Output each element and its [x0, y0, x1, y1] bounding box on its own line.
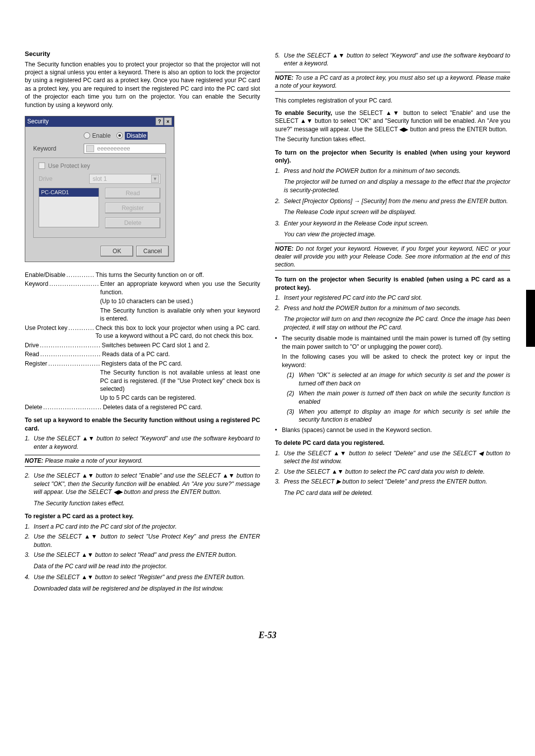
def-term: Read [25, 350, 39, 358]
step-sub: The projector will be turned on and disp… [284, 178, 510, 194]
step-num: 5. [275, 52, 284, 68]
step-num: 2. [275, 304, 284, 312]
case-num: (1) [287, 371, 299, 387]
def-term: Keyword [25, 280, 48, 296]
step-sub: The projector will turn on and then reco… [284, 315, 510, 331]
step-num: 3. [25, 551, 34, 559]
disable-radio[interactable]: Disable [116, 132, 148, 140]
dialog-title: Security [27, 117, 49, 125]
delete-heading: To delete PC card data you registered. [275, 439, 510, 447]
def-term: Enable/Disable [25, 271, 65, 279]
keyword-input[interactable]: eeeeeeeeee [84, 144, 166, 154]
use-protect-checkbox[interactable]: Use Protect key [39, 162, 90, 170]
dialog-titlebar: Security ? × [25, 116, 174, 126]
def-desc: Reads data of a PC card. [102, 350, 260, 358]
keyboard-icon [86, 145, 94, 152]
step-sub: Downloaded data will be registered and b… [34, 585, 260, 593]
note-box: NOTE: To use a PC card as a protect key,… [275, 72, 510, 92]
def-desc: Check this box to lock your projector wh… [96, 324, 260, 340]
turnon-pc-heading: To turn on the projector when Security i… [275, 275, 510, 292]
register-button[interactable]: Register [105, 203, 160, 214]
def-desc: Up to 5 PC cards can be registered. [100, 394, 260, 402]
step-num: 1. [25, 434, 34, 451]
step-text: Use the SELECT ▲▼ button to select "Regi… [34, 573, 260, 581]
step-text: Select [Projector Options] → [Security] … [284, 197, 510, 205]
read-button[interactable]: Read [105, 188, 160, 199]
body-text: To enable Security, use the SELECT ▲▼ bu… [275, 109, 510, 133]
register-heading: To register a PC card as a protect key. [25, 512, 260, 520]
drive-select[interactable]: slot 1 ▼ [89, 174, 160, 184]
enable-lead: To enable Security, [275, 109, 332, 116]
def-desc: Registers data of the PC card. [102, 360, 260, 368]
body-text: In the following cases you will be asked… [282, 353, 510, 369]
step-num: 3. [275, 478, 284, 486]
step-num: 1. [275, 294, 284, 302]
step-sub: Data of the PC card will be read into th… [34, 562, 260, 570]
ok-button[interactable]: OK [101, 246, 133, 257]
disable-label: Disable [125, 132, 148, 140]
setup-heading: To set up a keyword to enable the Securi… [25, 416, 260, 432]
note-label: NOTE: [275, 245, 293, 252]
def-term: Register [25, 360, 47, 368]
step-num: 1. [25, 523, 34, 531]
step-sub: The PC card data will be deleted. [284, 489, 510, 497]
step-text: Insert your registered PC card into the … [284, 294, 510, 302]
step-sub: You can view the projected image. [284, 230, 510, 238]
step-num: 2. [275, 197, 284, 205]
def-desc: The Security function is available only … [100, 307, 260, 323]
step-text: Press and hold the POWER button for a mi… [284, 167, 510, 175]
case-text: When the main power is turned off then b… [299, 389, 510, 406]
note-label: NOTE: [25, 457, 43, 464]
note-text: Do not forget your keyword. However, if … [275, 245, 510, 268]
security-intro: The Security function enables you to pro… [25, 60, 260, 109]
body-text: The Security function takes effect. [275, 135, 510, 143]
bullet-text: Blanks (spaces) cannot be used in the Ke… [282, 426, 432, 434]
step-num: 2. [275, 468, 284, 476]
step-text: Use the SELECT ▲▼ button to select "Use … [34, 533, 260, 549]
note-box: NOTE: Do not forget your keyword. Howeve… [275, 243, 510, 271]
card-listbox[interactable]: PC-CARD1 [39, 188, 99, 227]
step-text: Use the SELECT ▲▼ button to select "Dele… [284, 449, 510, 466]
turnon-kw-heading: To turn on the projector when Security i… [275, 149, 510, 165]
step-text: Press and hold the POWER button for a mi… [284, 304, 510, 312]
body-text: This completes registration of your PC c… [275, 97, 510, 105]
case-num: (2) [287, 389, 299, 406]
security-heading: Security [25, 50, 260, 58]
step-num: 4. [25, 573, 34, 581]
step-num: 1. [275, 449, 284, 466]
enable-radio[interactable]: Enable [84, 132, 110, 140]
case-num: (3) [287, 408, 299, 424]
use-protect-label: Use Protect key [48, 162, 90, 170]
keyword-value: eeeeeeeeee [97, 145, 130, 153]
list-item[interactable]: PC-CARD1 [39, 188, 99, 197]
step-text: Press the SELECT ▶ button to select "Del… [284, 478, 510, 486]
step-sub: The Release Code input screen will be di… [284, 208, 510, 216]
help-icon[interactable]: ? [156, 117, 163, 125]
step-num: 2. [25, 472, 34, 496]
case-text: When "OK" is selected at an image for wh… [299, 371, 510, 387]
bullet-icon: • [275, 334, 282, 351]
chevron-down-icon: ▼ [151, 175, 159, 183]
step-text: Use the SELECT ▲▼ button to select "Keyw… [34, 434, 260, 451]
def-desc: Enter an appropriate keyword when you us… [100, 280, 260, 296]
keyword-label: Keyword [33, 145, 78, 153]
note-box: NOTE: Please make a note of your keyword… [25, 455, 260, 467]
page-number: E-53 [0, 630, 535, 641]
drive-value: slot 1 [93, 175, 107, 183]
cancel-button[interactable]: Cancel [136, 246, 169, 257]
step-text: Use the SELECT ▲▼ button to select the P… [284, 468, 510, 476]
close-icon[interactable]: × [164, 117, 172, 125]
def-desc: (Up to 10 characters can be used.) [100, 297, 260, 305]
bullet-text: The security disable mode is maintained … [282, 334, 510, 351]
def-desc: The Security function is not available u… [100, 369, 260, 393]
def-desc: Switches between PC Card slot 1 and 2. [102, 341, 260, 349]
step-num: 1. [275, 167, 284, 175]
def-desc: Deletes data of a registered PC card. [103, 403, 260, 411]
page-tab [526, 290, 535, 347]
delete-button[interactable]: Delete [105, 217, 160, 228]
def-term: Use Protect key [25, 324, 67, 340]
step-num: 2. [25, 533, 34, 549]
step-sub: The Security function takes effect. [34, 499, 260, 507]
def-term: Delete [25, 403, 42, 411]
drive-label: Drive [39, 175, 83, 183]
